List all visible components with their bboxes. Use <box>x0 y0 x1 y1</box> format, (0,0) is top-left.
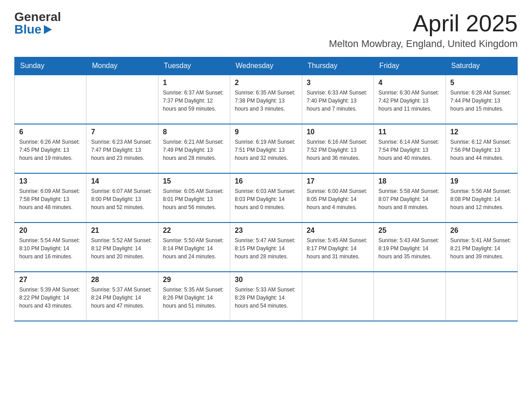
weekday-header-tuesday: Tuesday <box>158 57 230 75</box>
day-info: Sunrise: 5:52 AM Sunset: 8:12 PM Dayligh… <box>91 236 153 261</box>
day-number: 18 <box>378 177 441 185</box>
day-number: 25 <box>378 227 441 235</box>
calendar-cell: 9Sunrise: 6:19 AM Sunset: 7:51 PM Daylig… <box>230 124 302 173</box>
day-number: 23 <box>235 227 297 235</box>
calendar-cell: 15Sunrise: 6:05 AM Sunset: 8:01 PM Dayli… <box>158 173 230 223</box>
day-info: Sunrise: 5:54 AM Sunset: 8:10 PM Dayligh… <box>19 236 82 261</box>
day-info: Sunrise: 6:23 AM Sunset: 7:47 PM Dayligh… <box>91 138 153 162</box>
calendar-cell: 1Sunrise: 6:37 AM Sunset: 7:37 PM Daylig… <box>158 75 230 124</box>
day-info: Sunrise: 6:19 AM Sunset: 7:51 PM Dayligh… <box>235 138 297 162</box>
page-header: General Blue April 2025 Melton Mowbray, … <box>14 11 518 50</box>
day-number: 10 <box>307 128 369 136</box>
calendar-cell <box>374 272 446 321</box>
day-info: Sunrise: 6:26 AM Sunset: 7:45 PM Dayligh… <box>19 138 82 162</box>
calendar-week-row: 20Sunrise: 5:54 AM Sunset: 8:10 PM Dayli… <box>15 223 518 272</box>
day-number: 26 <box>450 227 513 235</box>
day-number: 16 <box>235 177 297 185</box>
day-info: Sunrise: 5:56 AM Sunset: 8:08 PM Dayligh… <box>450 187 513 211</box>
day-number: 15 <box>163 177 225 185</box>
weekday-header-thursday: Thursday <box>302 57 373 75</box>
calendar-cell: 20Sunrise: 5:54 AM Sunset: 8:10 PM Dayli… <box>15 223 86 272</box>
day-number: 7 <box>91 128 153 136</box>
weekday-header-saturday: Saturday <box>446 57 517 75</box>
calendar-cell: 3Sunrise: 6:33 AM Sunset: 7:40 PM Daylig… <box>302 75 373 124</box>
title-section: April 2025 Melton Mowbray, England, Unit… <box>329 11 518 50</box>
day-number: 4 <box>378 79 441 87</box>
day-number: 1 <box>163 79 225 87</box>
day-info: Sunrise: 5:47 AM Sunset: 8:15 PM Dayligh… <box>235 236 297 261</box>
logo-general-text: General <box>14 11 61 23</box>
day-number: 14 <box>91 177 153 185</box>
day-info: Sunrise: 6:28 AM Sunset: 7:44 PM Dayligh… <box>450 89 513 113</box>
month-title: April 2025 <box>329 11 518 36</box>
calendar-cell: 26Sunrise: 5:41 AM Sunset: 8:21 PM Dayli… <box>446 223 517 272</box>
day-number: 21 <box>91 227 153 235</box>
day-info: Sunrise: 5:37 AM Sunset: 8:24 PM Dayligh… <box>91 286 153 310</box>
day-number: 11 <box>378 128 441 136</box>
logo-triangle-icon <box>44 25 52 34</box>
day-number: 24 <box>307 227 369 235</box>
calendar-cell: 16Sunrise: 6:03 AM Sunset: 8:03 PM Dayli… <box>230 173 302 223</box>
calendar-cell: 5Sunrise: 6:28 AM Sunset: 7:44 PM Daylig… <box>446 75 517 124</box>
day-number: 17 <box>307 177 369 185</box>
day-number: 8 <box>163 128 225 136</box>
day-info: Sunrise: 6:33 AM Sunset: 7:40 PM Dayligh… <box>307 89 369 113</box>
day-number: 6 <box>19 128 82 136</box>
day-info: Sunrise: 6:16 AM Sunset: 7:52 PM Dayligh… <box>307 138 369 162</box>
calendar-cell: 8Sunrise: 6:21 AM Sunset: 7:49 PM Daylig… <box>158 124 230 173</box>
calendar-cell: 2Sunrise: 6:35 AM Sunset: 7:38 PM Daylig… <box>230 75 302 124</box>
day-info: Sunrise: 6:37 AM Sunset: 7:37 PM Dayligh… <box>163 89 225 113</box>
calendar-cell: 11Sunrise: 6:14 AM Sunset: 7:54 PM Dayli… <box>374 124 446 173</box>
calendar-cell: 25Sunrise: 5:43 AM Sunset: 8:19 PM Dayli… <box>374 223 446 272</box>
weekday-header-wednesday: Wednesday <box>230 57 302 75</box>
day-info: Sunrise: 6:14 AM Sunset: 7:54 PM Dayligh… <box>378 138 441 162</box>
calendar-week-row: 1Sunrise: 6:37 AM Sunset: 7:37 PM Daylig… <box>15 75 518 124</box>
calendar-week-row: 27Sunrise: 5:39 AM Sunset: 8:22 PM Dayli… <box>15 272 518 321</box>
location-title: Melton Mowbray, England, United Kingdom <box>329 38 518 50</box>
day-number: 29 <box>163 276 225 284</box>
calendar-cell: 24Sunrise: 5:45 AM Sunset: 8:17 PM Dayli… <box>302 223 373 272</box>
day-info: Sunrise: 6:35 AM Sunset: 7:38 PM Dayligh… <box>235 89 297 113</box>
calendar-cell: 30Sunrise: 5:33 AM Sunset: 8:28 PM Dayli… <box>230 272 302 321</box>
day-number: 20 <box>19 227 82 235</box>
day-number: 9 <box>235 128 297 136</box>
calendar-cell <box>302 272 373 321</box>
calendar-cell: 27Sunrise: 5:39 AM Sunset: 8:22 PM Dayli… <box>15 272 86 321</box>
day-info: Sunrise: 5:39 AM Sunset: 8:22 PM Dayligh… <box>19 286 82 310</box>
day-info: Sunrise: 6:30 AM Sunset: 7:42 PM Dayligh… <box>378 89 441 113</box>
day-number: 12 <box>450 128 513 136</box>
calendar-cell: 23Sunrise: 5:47 AM Sunset: 8:15 PM Dayli… <box>230 223 302 272</box>
calendar-cell: 17Sunrise: 6:00 AM Sunset: 8:05 PM Dayli… <box>302 173 373 223</box>
calendar-cell <box>86 75 158 124</box>
day-info: Sunrise: 5:35 AM Sunset: 8:26 PM Dayligh… <box>163 286 225 310</box>
day-info: Sunrise: 6:03 AM Sunset: 8:03 PM Dayligh… <box>235 187 297 211</box>
calendar-cell: 22Sunrise: 5:50 AM Sunset: 8:14 PM Dayli… <box>158 223 230 272</box>
calendar-cell: 28Sunrise: 5:37 AM Sunset: 8:24 PM Dayli… <box>86 272 158 321</box>
calendar-body: 1Sunrise: 6:37 AM Sunset: 7:37 PM Daylig… <box>15 75 518 321</box>
calendar-cell <box>446 272 517 321</box>
calendar-cell: 13Sunrise: 6:09 AM Sunset: 7:58 PM Dayli… <box>15 173 86 223</box>
weekday-header-row: SundayMondayTuesdayWednesdayThursdayFrid… <box>15 57 518 75</box>
weekday-header-friday: Friday <box>374 57 446 75</box>
calendar-cell: 29Sunrise: 5:35 AM Sunset: 8:26 PM Dayli… <box>158 272 230 321</box>
day-number: 28 <box>91 276 153 284</box>
weekday-header-sunday: Sunday <box>15 57 86 75</box>
calendar-cell <box>15 75 86 124</box>
calendar-table: SundayMondayTuesdayWednesdayThursdayFrid… <box>14 57 518 321</box>
day-info: Sunrise: 6:05 AM Sunset: 8:01 PM Dayligh… <box>163 187 225 211</box>
day-info: Sunrise: 6:09 AM Sunset: 7:58 PM Dayligh… <box>19 187 82 211</box>
calendar-cell: 14Sunrise: 6:07 AM Sunset: 8:00 PM Dayli… <box>86 173 158 223</box>
day-info: Sunrise: 5:58 AM Sunset: 8:07 PM Dayligh… <box>378 187 441 211</box>
calendar-cell: 10Sunrise: 6:16 AM Sunset: 7:52 PM Dayli… <box>302 124 373 173</box>
day-info: Sunrise: 6:07 AM Sunset: 8:00 PM Dayligh… <box>91 187 153 211</box>
day-info: Sunrise: 6:21 AM Sunset: 7:49 PM Dayligh… <box>163 138 225 162</box>
day-number: 5 <box>450 79 513 87</box>
day-info: Sunrise: 6:00 AM Sunset: 8:05 PM Dayligh… <box>307 187 369 211</box>
day-number: 2 <box>235 79 297 87</box>
day-number: 3 <box>307 79 369 87</box>
calendar-cell: 21Sunrise: 5:52 AM Sunset: 8:12 PM Dayli… <box>86 223 158 272</box>
weekday-header-monday: Monday <box>86 57 158 75</box>
logo-blue-text: Blue <box>14 23 52 36</box>
calendar-cell: 7Sunrise: 6:23 AM Sunset: 7:47 PM Daylig… <box>86 124 158 173</box>
day-info: Sunrise: 5:41 AM Sunset: 8:21 PM Dayligh… <box>450 236 513 261</box>
